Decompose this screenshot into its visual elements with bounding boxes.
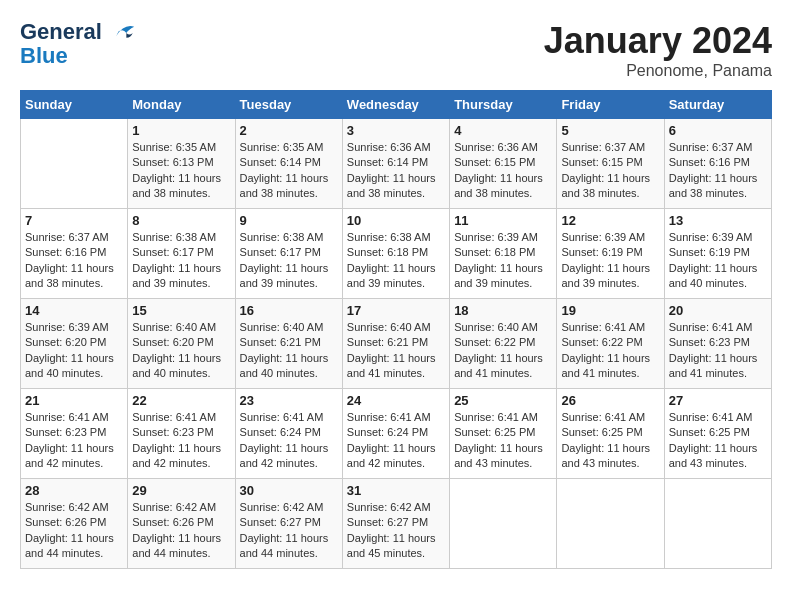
calendar-cell: 12 Sunrise: 6:39 AM Sunset: 6:19 PM Dayl… xyxy=(557,209,664,299)
daylight-text: Daylight: 11 hours and 39 minutes. xyxy=(240,262,329,289)
weekday-header-friday: Friday xyxy=(557,91,664,119)
day-number: 7 xyxy=(25,213,123,228)
sunrise-text: Sunrise: 6:42 AM xyxy=(240,501,324,513)
weekday-header-row: SundayMondayTuesdayWednesdayThursdayFrid… xyxy=(21,91,772,119)
logo-bird-icon xyxy=(110,22,138,44)
calendar-cell: 28 Sunrise: 6:42 AM Sunset: 6:26 PM Dayl… xyxy=(21,479,128,569)
month-title: January 2024 xyxy=(544,20,772,62)
sunset-text: Sunset: 6:19 PM xyxy=(561,246,642,258)
logo-text-line2: Blue xyxy=(20,44,138,68)
daylight-text: Daylight: 11 hours and 42 minutes. xyxy=(240,442,329,469)
day-info: Sunrise: 6:40 AM Sunset: 6:21 PM Dayligh… xyxy=(240,320,338,382)
sunrise-text: Sunrise: 6:41 AM xyxy=(669,411,753,423)
sunset-text: Sunset: 6:26 PM xyxy=(25,516,106,528)
day-info: Sunrise: 6:41 AM Sunset: 6:23 PM Dayligh… xyxy=(669,320,767,382)
sunset-text: Sunset: 6:23 PM xyxy=(669,336,750,348)
weekday-header-wednesday: Wednesday xyxy=(342,91,449,119)
day-number: 5 xyxy=(561,123,659,138)
calendar-cell: 19 Sunrise: 6:41 AM Sunset: 6:22 PM Dayl… xyxy=(557,299,664,389)
day-info: Sunrise: 6:41 AM Sunset: 6:25 PM Dayligh… xyxy=(561,410,659,472)
day-info: Sunrise: 6:40 AM Sunset: 6:20 PM Dayligh… xyxy=(132,320,230,382)
sunrise-text: Sunrise: 6:37 AM xyxy=(25,231,109,243)
sunset-text: Sunset: 6:14 PM xyxy=(240,156,321,168)
daylight-text: Daylight: 11 hours and 45 minutes. xyxy=(347,532,436,559)
day-number: 15 xyxy=(132,303,230,318)
calendar-cell: 8 Sunrise: 6:38 AM Sunset: 6:17 PM Dayli… xyxy=(128,209,235,299)
calendar-week-row: 21 Sunrise: 6:41 AM Sunset: 6:23 PM Dayl… xyxy=(21,389,772,479)
day-info: Sunrise: 6:41 AM Sunset: 6:23 PM Dayligh… xyxy=(25,410,123,472)
sunset-text: Sunset: 6:24 PM xyxy=(240,426,321,438)
sunset-text: Sunset: 6:16 PM xyxy=(25,246,106,258)
sunset-text: Sunset: 6:13 PM xyxy=(132,156,213,168)
calendar-cell: 4 Sunrise: 6:36 AM Sunset: 6:15 PM Dayli… xyxy=(450,119,557,209)
day-info: Sunrise: 6:40 AM Sunset: 6:21 PM Dayligh… xyxy=(347,320,445,382)
calendar-cell: 30 Sunrise: 6:42 AM Sunset: 6:27 PM Dayl… xyxy=(235,479,342,569)
sunrise-text: Sunrise: 6:36 AM xyxy=(454,141,538,153)
calendar-cell: 23 Sunrise: 6:41 AM Sunset: 6:24 PM Dayl… xyxy=(235,389,342,479)
sunrise-text: Sunrise: 6:39 AM xyxy=(561,231,645,243)
location-subtitle: Penonome, Panama xyxy=(544,62,772,80)
day-number: 17 xyxy=(347,303,445,318)
day-number: 3 xyxy=(347,123,445,138)
daylight-text: Daylight: 11 hours and 42 minutes. xyxy=(132,442,221,469)
daylight-text: Daylight: 11 hours and 41 minutes. xyxy=(347,352,436,379)
day-number: 6 xyxy=(669,123,767,138)
calendar-cell xyxy=(664,479,771,569)
sunset-text: Sunset: 6:21 PM xyxy=(240,336,321,348)
daylight-text: Daylight: 11 hours and 38 minutes. xyxy=(240,172,329,199)
day-number: 10 xyxy=(347,213,445,228)
sunset-text: Sunset: 6:20 PM xyxy=(25,336,106,348)
day-number: 8 xyxy=(132,213,230,228)
sunrise-text: Sunrise: 6:35 AM xyxy=(132,141,216,153)
sunrise-text: Sunrise: 6:38 AM xyxy=(132,231,216,243)
sunrise-text: Sunrise: 6:41 AM xyxy=(132,411,216,423)
sunset-text: Sunset: 6:25 PM xyxy=(454,426,535,438)
day-info: Sunrise: 6:37 AM Sunset: 6:16 PM Dayligh… xyxy=(669,140,767,202)
sunrise-text: Sunrise: 6:40 AM xyxy=(454,321,538,333)
day-info: Sunrise: 6:42 AM Sunset: 6:27 PM Dayligh… xyxy=(240,500,338,562)
day-number: 31 xyxy=(347,483,445,498)
daylight-text: Daylight: 11 hours and 38 minutes. xyxy=(669,172,758,199)
daylight-text: Daylight: 11 hours and 44 minutes. xyxy=(240,532,329,559)
calendar-cell: 31 Sunrise: 6:42 AM Sunset: 6:27 PM Dayl… xyxy=(342,479,449,569)
day-number: 23 xyxy=(240,393,338,408)
daylight-text: Daylight: 11 hours and 38 minutes. xyxy=(454,172,543,199)
day-number: 28 xyxy=(25,483,123,498)
daylight-text: Daylight: 11 hours and 42 minutes. xyxy=(347,442,436,469)
sunset-text: Sunset: 6:23 PM xyxy=(132,426,213,438)
calendar-week-row: 7 Sunrise: 6:37 AM Sunset: 6:16 PM Dayli… xyxy=(21,209,772,299)
sunrise-text: Sunrise: 6:39 AM xyxy=(25,321,109,333)
calendar-week-row: 28 Sunrise: 6:42 AM Sunset: 6:26 PM Dayl… xyxy=(21,479,772,569)
sunrise-text: Sunrise: 6:41 AM xyxy=(240,411,324,423)
sunrise-text: Sunrise: 6:41 AM xyxy=(25,411,109,423)
calendar-cell: 7 Sunrise: 6:37 AM Sunset: 6:16 PM Dayli… xyxy=(21,209,128,299)
calendar-cell: 14 Sunrise: 6:39 AM Sunset: 6:20 PM Dayl… xyxy=(21,299,128,389)
day-info: Sunrise: 6:38 AM Sunset: 6:18 PM Dayligh… xyxy=(347,230,445,292)
day-number: 4 xyxy=(454,123,552,138)
day-number: 21 xyxy=(25,393,123,408)
day-number: 19 xyxy=(561,303,659,318)
calendar-cell xyxy=(21,119,128,209)
sunset-text: Sunset: 6:23 PM xyxy=(25,426,106,438)
calendar-cell: 9 Sunrise: 6:38 AM Sunset: 6:17 PM Dayli… xyxy=(235,209,342,299)
sunrise-text: Sunrise: 6:36 AM xyxy=(347,141,431,153)
calendar-cell: 1 Sunrise: 6:35 AM Sunset: 6:13 PM Dayli… xyxy=(128,119,235,209)
day-number: 22 xyxy=(132,393,230,408)
day-info: Sunrise: 6:41 AM Sunset: 6:24 PM Dayligh… xyxy=(240,410,338,472)
day-number: 2 xyxy=(240,123,338,138)
calendar-week-row: 14 Sunrise: 6:39 AM Sunset: 6:20 PM Dayl… xyxy=(21,299,772,389)
sunrise-text: Sunrise: 6:42 AM xyxy=(25,501,109,513)
day-info: Sunrise: 6:36 AM Sunset: 6:14 PM Dayligh… xyxy=(347,140,445,202)
day-number: 25 xyxy=(454,393,552,408)
calendar-cell: 3 Sunrise: 6:36 AM Sunset: 6:14 PM Dayli… xyxy=(342,119,449,209)
sunrise-text: Sunrise: 6:40 AM xyxy=(132,321,216,333)
sunset-text: Sunset: 6:15 PM xyxy=(561,156,642,168)
calendar-cell: 13 Sunrise: 6:39 AM Sunset: 6:19 PM Dayl… xyxy=(664,209,771,299)
daylight-text: Daylight: 11 hours and 38 minutes. xyxy=(25,262,114,289)
day-info: Sunrise: 6:41 AM Sunset: 6:25 PM Dayligh… xyxy=(454,410,552,472)
calendar-cell: 10 Sunrise: 6:38 AM Sunset: 6:18 PM Dayl… xyxy=(342,209,449,299)
daylight-text: Daylight: 11 hours and 39 minutes. xyxy=(132,262,221,289)
sunset-text: Sunset: 6:18 PM xyxy=(454,246,535,258)
calendar-cell: 17 Sunrise: 6:40 AM Sunset: 6:21 PM Dayl… xyxy=(342,299,449,389)
daylight-text: Daylight: 11 hours and 38 minutes. xyxy=(561,172,650,199)
